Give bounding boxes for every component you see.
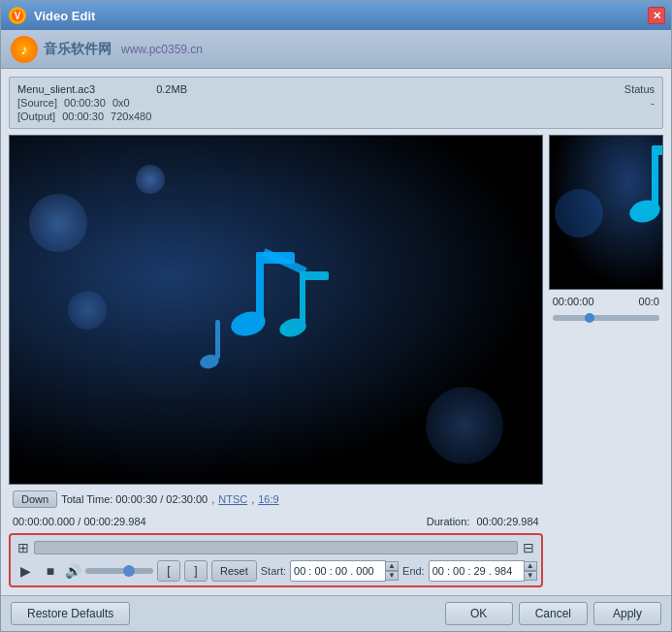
bracket-open-button[interactable]: [ — [157, 560, 180, 582]
preview-background — [10, 136, 542, 484]
output-info: [Output] 00:00:30 720x480 — [17, 111, 187, 122]
controls-row: Down Total Time: 00:00:30 / 02:30:00 , N… — [9, 489, 543, 510]
side-time-left: 00:00:00 — [553, 296, 594, 307]
end-time-field: ▲ ▼ — [429, 560, 537, 582]
bubble-2 — [68, 291, 107, 330]
bottom-right-buttons: OK Cancel Apply — [445, 602, 661, 625]
restore-defaults-button[interactable]: Restore Defaults — [11, 602, 130, 625]
bubble-3 — [426, 387, 503, 464]
play-button[interactable]: ▶ — [15, 560, 36, 582]
video-main: Down Total Time: 00:00:30 / 02:30:00 , N… — [9, 135, 543, 587]
bubble-4 — [136, 165, 165, 194]
brand-logo: ♪ 音乐软件网 www.pc0359.cn — [11, 36, 203, 63]
status-label: Status — [624, 83, 655, 95]
playback-timeline: ⊞ ⊟ — [15, 539, 537, 556]
bottom-bar: Restore Defaults OK Cancel Apply — [1, 595, 671, 631]
side-bubble — [555, 189, 603, 237]
end-time-input[interactable] — [429, 560, 526, 582]
main-content: Menu_slient.ac3 0.2MB [Source] 00:00:30 … — [1, 69, 671, 595]
window-title: Video Edit — [34, 9, 648, 23]
main-video-preview — [9, 135, 543, 485]
svg-rect-13 — [652, 145, 662, 155]
file-info-left: Menu_slient.ac3 0.2MB [Source] 00:00:30 … — [17, 83, 187, 122]
music-notes-svg — [169, 223, 382, 397]
aspect-link[interactable]: 16:9 — [258, 493, 278, 505]
volume-thumb — [123, 565, 135, 577]
end-time-spinner[interactable]: ▲ ▼ — [524, 561, 537, 581]
side-seek-bar[interactable] — [553, 315, 659, 321]
bubble-1 — [29, 194, 87, 252]
side-preview-bg — [550, 136, 662, 289]
file-status: Status - — [624, 83, 655, 109]
separator-comma2: , — [251, 493, 254, 505]
header-bar: ♪ 音乐软件网 www.pc0359.cn — [1, 30, 671, 69]
svg-rect-9 — [215, 320, 220, 359]
app-logo: V — [7, 5, 28, 26]
end-spinner-down[interactable]: ▼ — [524, 571, 537, 581]
timeline-end-marker[interactable]: ⊟ — [520, 539, 537, 556]
bottom-left-buttons: Restore Defaults — [11, 602, 130, 625]
side-seek-container — [549, 313, 663, 323]
watermark-text: 音乐软件网 — [44, 41, 112, 58]
end-spinner-up[interactable]: ▲ — [524, 561, 537, 571]
start-time-input[interactable] — [290, 560, 387, 582]
playback-section: ⊞ ⊟ ▶ ■ 🔊 — [9, 533, 543, 587]
cancel-button[interactable]: Cancel — [519, 602, 588, 625]
title-bar: V Video Edit ✕ — [1, 1, 671, 30]
total-time: Total Time: 00:00:30 / 02:30:00 — [61, 493, 208, 505]
duration-display: Duration: 00:00:29.984 — [427, 516, 539, 527]
file-info-panel: Menu_slient.ac3 0.2MB [Source] 00:00:30 … — [9, 77, 663, 129]
current-time-display: 00:00:00.000 / 00:00:29.984 — [13, 516, 146, 527]
start-spinner-up[interactable]: ▲ — [385, 561, 399, 571]
reset-button[interactable]: Reset — [211, 560, 257, 582]
stop-button[interactable]: ■ — [40, 560, 61, 582]
filename: Menu_slient.ac3 0.2MB — [17, 83, 187, 95]
end-label: End: — [402, 565, 425, 577]
volume-slider[interactable] — [85, 563, 153, 579]
source-info: [Source] 00:00:30 0x0 — [17, 97, 187, 109]
timeline-bar[interactable] — [34, 541, 518, 554]
apply-button[interactable]: Apply — [593, 602, 661, 625]
close-button[interactable]: ✕ — [648, 7, 665, 24]
side-time-right: 00:0 — [639, 296, 659, 307]
timeline-start-marker[interactable]: ⊞ — [15, 539, 32, 556]
side-music-notes — [550, 136, 662, 289]
timeline-info: 00:00:00.000 / 00:00:29.984 Duration: 00… — [9, 514, 543, 529]
start-label: Start: — [261, 565, 286, 577]
side-preview-panel: 00:00:00 00:0 — [549, 135, 663, 587]
side-video-preview — [549, 135, 663, 290]
separator-comma: , — [211, 493, 214, 505]
site-url: www.pc0359.cn — [121, 43, 203, 56]
bracket-close-button[interactable]: ] — [184, 560, 208, 582]
volume-icon[interactable]: 🔊 — [65, 563, 81, 579]
main-window: V Video Edit ✕ ♪ 音乐软件网 www.pc0359.cn Men… — [0, 0, 672, 632]
video-area: Down Total Time: 00:00:30 / 02:30:00 , N… — [9, 135, 663, 587]
side-time-display: 00:00:00 00:0 — [549, 294, 663, 309]
start-time-field: ▲ ▼ — [290, 560, 399, 582]
ntsc-link[interactable]: NTSC — [218, 493, 247, 505]
playback-controls-row: ▶ ■ 🔊 [ ] Reset Start: — [15, 560, 537, 582]
svg-text:V: V — [15, 11, 21, 21]
ok-button[interactable]: OK — [445, 602, 513, 625]
start-spinner-down[interactable]: ▼ — [385, 571, 399, 581]
volume-track — [85, 568, 153, 574]
start-time-spinner[interactable]: ▲ ▼ — [385, 561, 399, 581]
logo-icon: ♪ — [11, 36, 38, 63]
seek-thumb — [585, 313, 594, 323]
down-button[interactable]: Down — [13, 490, 57, 508]
status-value: - — [651, 97, 655, 109]
